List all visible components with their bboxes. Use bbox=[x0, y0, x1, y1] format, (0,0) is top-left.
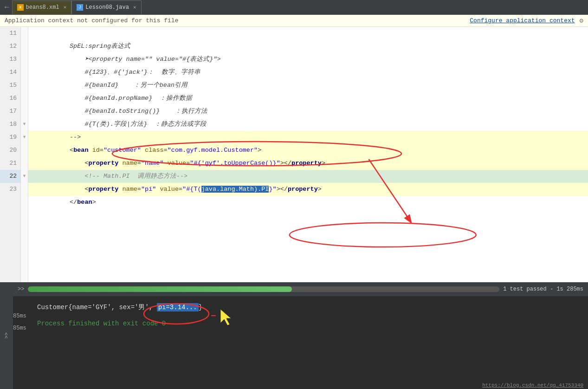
code-text-20: <property name="name" value="#{'gyf'.toU… bbox=[55, 160, 325, 167]
code-line-19: <bean id="customer" class="com.gyf.model… bbox=[28, 131, 588, 144]
line-num-21: 21 bbox=[0, 157, 20, 170]
tab-lesson08java-label: Lesson08.java bbox=[85, 4, 129, 11]
fold-icon-18: ▼ bbox=[21, 118, 28, 131]
info-bar-message: Application context not configured for t… bbox=[5, 17, 178, 24]
footer-url[interactable]: https://blog.csdn.net/qq_41753340 bbox=[482, 383, 583, 388]
code-content[interactable]: SpEL:spring表达式 ➤<property name="" value=… bbox=[28, 27, 588, 292]
pi-value-highlight: pi=3.14... bbox=[157, 303, 199, 311]
code-text-15: #{beanId.propName} ：操作数据 bbox=[55, 95, 193, 102]
line-num-16: 16 bbox=[0, 92, 20, 105]
test-duration: 1s 285ms bbox=[556, 286, 583, 292]
code-text-14: #{beanId} ：另一个bean引用 bbox=[55, 82, 188, 89]
line-num-17: 17 bbox=[0, 105, 20, 118]
fold-icon-19[interactable]: ▼ bbox=[21, 131, 28, 144]
side-panel: >> bbox=[0, 282, 13, 389]
code-text-12: ➤<property name="" value="#{表达式}"> bbox=[55, 56, 221, 63]
code-text-17: #{T(类).字段|方法} ：静态方法或字段 bbox=[55, 121, 207, 128]
close-lesson08java-button[interactable]: ✕ bbox=[133, 4, 136, 10]
back-button[interactable]: ← bbox=[2, 3, 12, 12]
timing-line2: 85ms bbox=[13, 322, 26, 334]
console-output-line1: Customer{name='GYF', sex='男', pi=3.14...… bbox=[37, 302, 583, 313]
gear-icon[interactable]: ⚙ bbox=[580, 17, 583, 25]
code-text-13: #{123}、#{'jack'}： 数字、字符串 bbox=[55, 69, 201, 76]
line-num-12: 12 bbox=[0, 40, 20, 53]
progress-bar bbox=[28, 286, 292, 292]
tab-bar: ← x beans8.xml ✕ J Lesson08.java ✕ bbox=[0, 0, 588, 15]
fold-icon-15 bbox=[21, 79, 28, 92]
test-result-text: 1 test passed - 1s 285ms bbox=[503, 286, 583, 292]
code-line-11: SpEL:spring表达式 bbox=[28, 27, 588, 40]
line-num-11: 11 bbox=[0, 27, 20, 40]
tab-beans8xml-label: beans8.xml bbox=[26, 4, 59, 11]
fold-icon-23 bbox=[21, 183, 28, 196]
tab-lesson08java[interactable]: J Lesson08.java ✕ bbox=[71, 0, 141, 14]
code-text-21: <!-- Math.PI 调用静态方法--> bbox=[55, 173, 188, 180]
console-annotation-overlay bbox=[149, 292, 288, 347]
info-bar-right: Configure application context ⚙ bbox=[470, 17, 583, 25]
java-file-icon: J bbox=[77, 4, 83, 11]
timing-panel: 85ms 85ms bbox=[13, 310, 26, 334]
editor-area: 11 12 13 14 15 16 17 18 19 20 21 22 23 ▼… bbox=[0, 27, 588, 292]
fold-icon-16 bbox=[21, 92, 28, 105]
code-text-22: <property name="pi" value="#{T(java.lang… bbox=[55, 186, 322, 193]
fold-icon-21 bbox=[21, 157, 28, 170]
fold-icon-17 bbox=[21, 105, 28, 118]
fold-icon-11 bbox=[21, 27, 28, 40]
line-num-13: 13 bbox=[0, 53, 20, 66]
console-section: >> 85ms 85ms >> 1 test passed - 1s 285ms… bbox=[0, 282, 588, 389]
line-num-22: 22 bbox=[0, 170, 20, 183]
line-num-14: 14 bbox=[0, 66, 20, 79]
close-beans8xml-button[interactable]: ✕ bbox=[64, 4, 67, 10]
console-expand-button[interactable]: >> bbox=[18, 286, 24, 292]
svg-point-2 bbox=[290, 223, 476, 247]
test-passed-label: 1 test passed bbox=[503, 286, 547, 292]
console-process-end: Process finished with exit code 0 bbox=[37, 320, 583, 327]
tab-beans8xml[interactable]: x beans8.xml ✕ bbox=[12, 0, 72, 14]
progress-bar-container bbox=[28, 286, 499, 292]
code-text-18: --> bbox=[55, 134, 81, 141]
xml-file-icon: x bbox=[17, 4, 24, 11]
console-top-bar: >> 1 test passed - 1s 285ms bbox=[13, 282, 588, 296]
code-text-19: <bean id="customer" class="com.gyf.model… bbox=[55, 147, 262, 154]
line-num-19: 19 bbox=[0, 131, 20, 144]
fold-icon-20 bbox=[21, 144, 28, 157]
fold-icon-14 bbox=[21, 66, 28, 79]
info-bar: Application context not configured for t… bbox=[0, 15, 588, 27]
fold-area: ▼ ▼ ▼ bbox=[21, 27, 28, 292]
line-numbers: 11 12 13 14 15 16 17 18 19 20 21 22 23 bbox=[0, 27, 21, 292]
line-num-23: 23 bbox=[0, 183, 20, 196]
line-num-18: 18 bbox=[0, 118, 20, 131]
fold-icon-13 bbox=[21, 53, 28, 66]
code-text-11: SpEL:spring表达式 bbox=[55, 43, 131, 50]
code-text-23: </bean> bbox=[55, 199, 96, 206]
fold-icon-12 bbox=[21, 40, 28, 53]
fold-icon-22: ▼ bbox=[21, 170, 28, 183]
line-num-20: 20 bbox=[0, 144, 20, 157]
configure-link[interactable]: Configure application context bbox=[470, 17, 575, 24]
timing-line1: 85ms bbox=[13, 310, 26, 322]
side-label: >> bbox=[4, 332, 9, 338]
console-output: Customer{name='GYF', sex='男', pi=3.14...… bbox=[32, 296, 588, 331]
line-num-15: 15 bbox=[0, 79, 20, 92]
code-text-16: #{beanId.toString()} ：执行方法 bbox=[55, 108, 207, 115]
